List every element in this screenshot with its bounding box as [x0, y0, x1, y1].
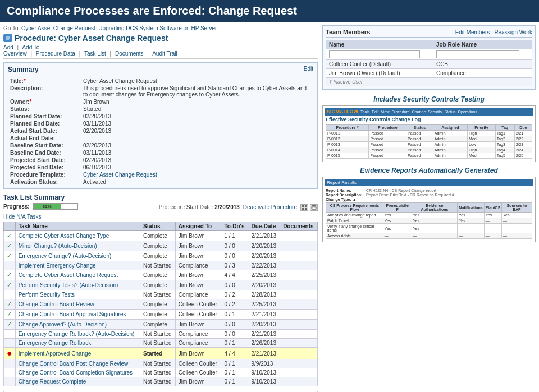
reassign-work-link[interactable]: Reassign Work [494, 29, 532, 35]
task-status-12: Started [140, 348, 175, 359]
task-check-8: ✓ [4, 310, 16, 320]
summary-value-baseline-end: 03/11/2013 [81, 149, 313, 156]
team-inactive-label: † Inactive User [326, 78, 532, 86]
task-name-5[interactable]: Perform Security Tests? (Auto-Decision) [15, 280, 140, 290]
nav-documents[interactable]: Documents [115, 50, 144, 57]
summary-row-projected-end: Projected End Date: 06/10/2013 [8, 164, 313, 171]
task-duedate-0: 2/21/2013 [248, 231, 280, 241]
check-icon: ✓ [7, 242, 12, 249]
task-todos-0: 1 / 1 [221, 231, 248, 241]
hide-na-link[interactable]: Hide N/A Tasks [3, 214, 318, 220]
task-name-14[interactable]: Change Control Board Completion Signatur… [15, 368, 140, 377]
edit-members-link[interactable]: Edit Members [455, 29, 490, 35]
nav-audit-trail[interactable]: Audit Trail [152, 50, 177, 57]
ss-cell-4-6: 2/25 [514, 153, 532, 159]
nav-overview[interactable]: Overview [3, 50, 27, 57]
task-todos-2: 0 / 0 [221, 251, 248, 261]
ss-cell-0-6: 2/21 [514, 131, 532, 136]
task-duedate-3: 2/22/2013 [248, 261, 280, 270]
task-name-9[interactable]: Change Approved? (Auto-Decision) [15, 320, 140, 330]
ev-cell-1-1: Yes [383, 218, 412, 224]
task-assigned-5: Jim Brown [175, 280, 221, 290]
task-status-3: Not Started [140, 261, 175, 270]
task-name-7[interactable]: Change Control Board Review [15, 299, 140, 310]
nav-task-list[interactable]: Task List [84, 50, 106, 57]
task-name-12[interactable]: Implement Approved Change [15, 348, 140, 359]
summary-value-title: Cyber Asset Change Request [81, 77, 313, 85]
task-status-2: Complete [140, 251, 175, 261]
evidence-table: CS Process Requirements Flow Prerequisit… [326, 202, 532, 239]
ss-cell-4-0: P-0015 [326, 153, 369, 159]
task-name-6[interactable]: Perform Security Tests [15, 290, 140, 299]
ss-row-1: P-0012PassedPassedAdminMedTag22/22 [326, 136, 532, 142]
task-check-12: ● [4, 348, 16, 359]
task-name-11[interactable]: Emergency Change Rollback [15, 339, 140, 348]
task-name-2[interactable]: Emergency Change? (Auto-Decision) [15, 251, 140, 261]
ev-cell-0-1: Yes [383, 213, 412, 218]
ev-cell-2-5: — [502, 224, 532, 233]
ev-row-3: Access rights————— [326, 233, 532, 239]
summary-label-projected-start: Projected Start Date: [8, 156, 81, 164]
expand-icon[interactable] [300, 204, 308, 211]
task-name-15[interactable]: Change Request Complete [15, 377, 140, 386]
task-duedate-14: 9/10/2013 [248, 368, 280, 377]
ev-cell-3-4: — [484, 233, 501, 239]
task-name-1[interactable]: Minor Change? (Auto-Decision) [15, 241, 140, 251]
ev-change-type-label: Change Type: ▲ [326, 197, 365, 201]
task-name-0[interactable]: Complete Cyber Asset Change Type [15, 231, 140, 241]
team-table: Name Job Role Name Colleen Coult [326, 40, 532, 86]
task-name-10[interactable]: Emergency Change Rollback? (Auto-Decisio… [15, 330, 140, 339]
task-name-8[interactable]: Change Control Board Approval Signatures [15, 310, 140, 320]
screenshot-inner-title: Effective Security Controls Change Log [326, 117, 532, 123]
ev-cell-3-5: — [502, 233, 532, 239]
procedure-icon [3, 34, 12, 42]
summary-row-baseline-end: Baseline End Date: 03/11/2013 [8, 149, 313, 156]
task-todos-7: 0 / 2 [221, 299, 248, 310]
summary-edit-link[interactable]: Edit [304, 66, 313, 72]
ev-cell-0-2: Yes [412, 213, 458, 218]
ss-cell-3-3: Admin [433, 147, 467, 153]
ss-cell-0-3: Admin [433, 131, 467, 136]
progress-row: Progress: 62% [3, 203, 78, 210]
task-todos-11: 0 / 1 [221, 339, 248, 348]
procedure-template-link[interactable]: Cyber Asset Change Request [83, 172, 157, 178]
task-duedate-12: 2/21/2013 [248, 348, 280, 359]
task-todos-3: 0 / 3 [221, 261, 248, 270]
task-assigned-10: Compliance [175, 330, 221, 339]
task-name-13[interactable]: Change Control Board Post Change Review [15, 359, 140, 368]
ev-col-1: Prerequisite F [383, 203, 412, 213]
task-row-0: ✓ Complete Cyber Asset Change Type Compl… [4, 231, 318, 241]
task-name-4[interactable]: Complete Cyber Asset Change Request [15, 270, 140, 280]
ev-cell-3-1: — [383, 233, 412, 239]
task-assigned-1: Jim Brown [175, 241, 221, 251]
task-assigned-8: Colleen Coulter [175, 310, 221, 320]
task-docs-11 [280, 339, 318, 348]
nav-add-to[interactable]: Add To [22, 44, 39, 50]
page-title: Compliance Processes are Enforced: Chang… [7, 4, 297, 17]
task-todos-10: 0 / 0 [221, 330, 248, 339]
task-name-3[interactable]: Implement Emergency Change [15, 261, 140, 270]
deactivate-link[interactable]: Deactivate Procedure [243, 204, 297, 210]
task-row-15: Change Request Complete Not Started Jim … [4, 377, 318, 386]
task-row-8: ✓ Change Control Board Approval Signatur… [4, 310, 318, 320]
summary-row-activation-status: Activation Status: Activated [8, 178, 313, 186]
team-role-filter-input[interactable] [436, 50, 520, 58]
check-icon: ✓ [7, 282, 12, 288]
task-todos-14: 0 / 1 [221, 368, 248, 377]
ev-report-desc-label: Report Description: [326, 193, 365, 197]
task-duedate-15: 9/10/2013 [248, 377, 280, 386]
ev-cell-1-3: Yes [458, 218, 484, 224]
task-duedate-5: 2/20/2013 [248, 280, 280, 290]
team-name-filter-input[interactable] [329, 50, 420, 58]
nav-procedure-data[interactable]: Procedure Data [36, 50, 75, 57]
check-icon: ✓ [7, 271, 12, 278]
task-status-13: Not Started [140, 359, 175, 368]
task-row-2: ✓ Emergency Change? (Auto-Decision) Comp… [4, 251, 318, 261]
print-icon[interactable] [310, 204, 318, 211]
goto-link[interactable]: Cyber Asset Change Request: Upgrading DC… [21, 25, 217, 31]
ss-col-6: Due [514, 125, 532, 131]
screenshot-nav: ToolsEditViewProcedureChangeSecurityStat… [360, 110, 477, 114]
nav-add[interactable]: Add [3, 44, 13, 50]
task-duedate-9: 2/20/2013 [248, 320, 280, 330]
ss-cell-4-2: Passed [406, 153, 433, 159]
